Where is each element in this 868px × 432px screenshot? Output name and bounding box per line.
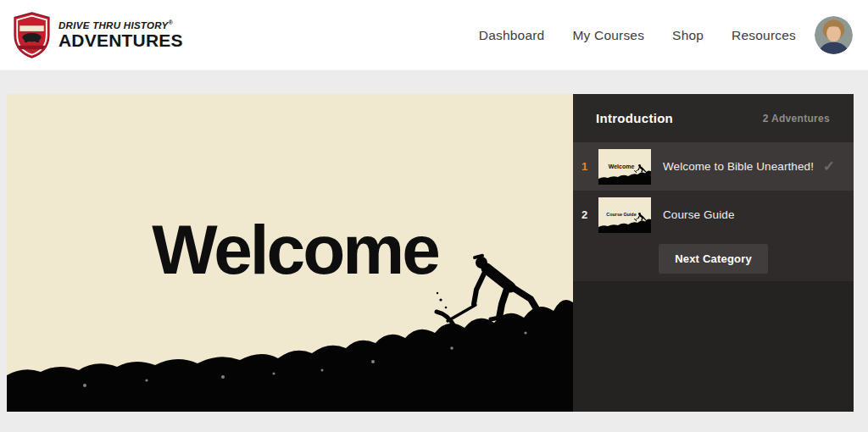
course-sidebar: Introduction 2 Adventures 1 Welcome [573, 94, 854, 412]
next-category-area: Next Category [573, 239, 854, 281]
main-nav: Dashboard My Courses Shop Resources [479, 28, 796, 43]
banner-title-text: Welcome [152, 211, 438, 288]
top-navigation-bar: DRIVE THRU HISTORY® ADVENTURES Dashboard… [0, 0, 868, 70]
category-header: Introduction 2 Adventures [573, 94, 854, 142]
nav-dashboard[interactable]: Dashboard [479, 28, 545, 43]
logo-text: DRIVE THRU HISTORY® ADVENTURES [58, 19, 183, 52]
nav-my-courses[interactable]: My Courses [572, 28, 644, 43]
lesson-thumbnail-icon: Course Guide [598, 197, 651, 233]
adventure-count-badge: 2 Adventures [763, 113, 830, 125]
nav-resources[interactable]: Resources [732, 28, 796, 43]
lesson-thumbnail-icon: Welcome [598, 149, 651, 185]
completed-check-icon: ✓ [823, 158, 835, 175]
lesson-title: Welcome to Bible Unearthed! [663, 160, 823, 173]
lesson-row-welcome[interactable]: 1 Welcome [573, 142, 854, 191]
nav-shop[interactable]: Shop [672, 28, 704, 43]
lesson-row-course-guide[interactable]: 2 Course Guide [573, 191, 854, 239]
svg-text:Course Guide: Course Guide [606, 212, 636, 217]
lesson-number: 2 [581, 208, 598, 221]
lesson-title: Course Guide [663, 208, 843, 221]
sidebar-empty-panel [573, 281, 854, 412]
lesson-content-area: Welcome [0, 70, 868, 412]
logo-name: ADVENTURES [58, 30, 183, 51]
logo-shield-icon [12, 12, 52, 58]
lesson-banner-image: Welcome [7, 94, 573, 412]
page: DRIVE THRU HISTORY® ADVENTURES Dashboard… [0, 0, 868, 432]
category-title: Introduction [596, 111, 673, 125]
user-avatar[interactable] [815, 16, 853, 54]
site-logo[interactable]: DRIVE THRU HISTORY® ADVENTURES [12, 12, 183, 58]
svg-text:Welcome: Welcome [609, 163, 635, 169]
lesson-number: 1 [581, 160, 598, 173]
next-category-button[interactable]: Next Category [659, 244, 768, 274]
logo-tagline: DRIVE THRU HISTORY® [58, 19, 183, 30]
